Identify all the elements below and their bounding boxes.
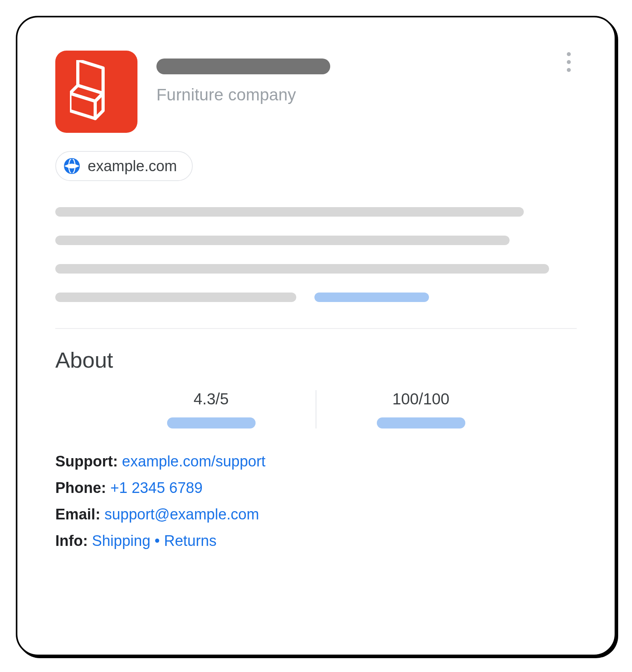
phone-link[interactable]: +1 2345 6789 — [110, 479, 203, 496]
divider — [55, 328, 577, 329]
phone-row: Phone: +1 2345 6789 — [55, 479, 577, 496]
rating-label-placeholder — [167, 417, 256, 428]
phone-label: Phone: — [55, 479, 106, 496]
placeholder-line — [55, 207, 524, 217]
stats-row: 4.3/5 100/100 — [107, 390, 525, 428]
support-link[interactable]: example.com/support — [122, 453, 265, 470]
rating-stat: 4.3/5 — [107, 390, 316, 428]
score-stat: 100/100 — [316, 390, 525, 428]
support-row: Support: example.com/support — [55, 453, 577, 470]
knowledge-panel-card: Furniture company example.com About — [16, 16, 616, 656]
placeholder-link[interactable] — [314, 293, 429, 302]
info-link-returns[interactable]: Returns — [164, 532, 216, 549]
contact-block: Support: example.com/support Phone: +1 2… — [55, 453, 577, 549]
email-link[interactable]: support@example.com — [105, 506, 259, 523]
globe-icon — [64, 158, 80, 174]
placeholder-line — [55, 236, 510, 245]
chair-icon — [70, 60, 123, 123]
info-row: Info: Shipping • Returns — [55, 532, 577, 549]
merchant-title-placeholder — [156, 59, 330, 74]
placeholder-line — [55, 293, 296, 302]
website-chip-label: example.com — [88, 158, 177, 175]
placeholder-line — [55, 264, 549, 274]
header: Furniture company — [55, 51, 577, 133]
info-separator: • — [150, 532, 164, 549]
about-heading: About — [55, 347, 577, 373]
rating-value: 4.3/5 — [194, 390, 229, 408]
score-label-placeholder — [377, 417, 465, 428]
description-placeholder — [55, 207, 577, 302]
support-label: Support: — [55, 453, 118, 470]
score-value: 100/100 — [392, 390, 450, 408]
merchant-logo — [55, 51, 137, 133]
svg-marker-2 — [70, 93, 95, 119]
website-chip[interactable]: example.com — [55, 151, 193, 181]
merchant-category: Furniture company — [156, 85, 561, 104]
more-options-icon[interactable] — [561, 51, 577, 72]
info-link-shipping[interactable]: Shipping — [92, 532, 150, 549]
svg-marker-3 — [95, 93, 103, 119]
email-row: Email: support@example.com — [55, 506, 577, 523]
email-label: Email: — [55, 506, 100, 523]
header-text: Furniture company — [137, 51, 561, 104]
info-label: Info: — [55, 532, 88, 549]
